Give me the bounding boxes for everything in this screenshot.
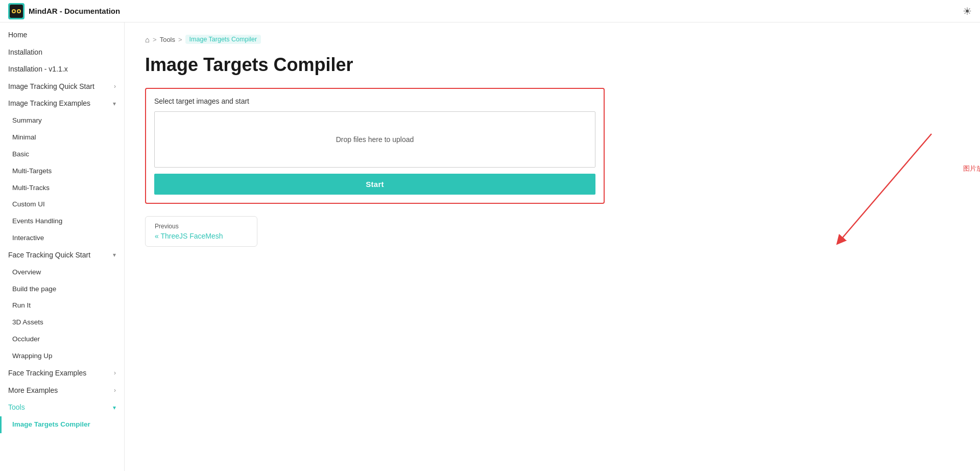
sidebar-item-more-examples[interactable]: More Examples› <box>0 382 124 399</box>
sidebar-label-home: Home <box>8 30 27 40</box>
sidebar-label-face-tracking-quick-start: Face Tracking Quick Start <box>8 250 90 261</box>
previous-label: Previous <box>155 223 248 230</box>
sidebar-label-custom-ui: Custom UI <box>12 200 45 209</box>
mindar-logo <box>8 3 25 19</box>
sidebar-item-occluder[interactable]: Occluder <box>0 331 124 348</box>
sidebar-label-run-it: Run It <box>12 301 31 311</box>
breadcrumb-current: Image Targets Compiler <box>185 35 261 44</box>
sidebar-item-basic[interactable]: Basic <box>0 146 124 163</box>
sidebar-label-occluder: Occluder <box>12 335 40 344</box>
sidebar: HomeInstallationInstallation - v1.1.xIma… <box>0 22 125 471</box>
sidebar-item-tools[interactable]: Tools▾ <box>0 399 124 416</box>
sidebar-item-installation-v1[interactable]: Installation - v1.1.x <box>0 61 124 78</box>
sidebar-item-face-tracking-quick-start[interactable]: Face Tracking Quick Start▾ <box>0 247 124 264</box>
annotation-text: 图片放入这里 <box>963 164 980 173</box>
upload-label: Select target images and start <box>154 97 595 105</box>
sidebar-item-home[interactable]: Home <box>0 27 124 44</box>
sidebar-label-multi-tracks: Multi-Tracks <box>12 183 50 193</box>
sidebar-item-run-it[interactable]: Run It <box>0 297 124 314</box>
sidebar-label-wrapping-up: Wrapping Up <box>12 351 53 361</box>
dropzone[interactable]: Drop files here to upload <box>154 111 595 168</box>
sidebar-item-build-the-page[interactable]: Build the page <box>0 281 124 298</box>
sidebar-item-image-targets-compiler[interactable]: Image Targets Compiler <box>0 416 124 433</box>
sidebar-label-events-handling: Events Handling <box>12 217 62 226</box>
chevron-icon-image-tracking-quick-start: › <box>114 82 116 91</box>
sidebar-label-minimal: Minimal <box>12 133 36 143</box>
svg-point-4 <box>13 10 15 12</box>
svg-point-5 <box>18 10 20 12</box>
sidebar-item-overview[interactable]: Overview <box>0 264 124 281</box>
topbar-left: MindAR - Documentation <box>8 3 120 19</box>
sidebar-item-image-tracking-examples[interactable]: Image Tracking Examples▾ <box>0 95 124 112</box>
sidebar-item-installation[interactable]: Installation <box>0 44 124 61</box>
sidebar-label-face-tracking-examples: Face Tracking Examples <box>8 368 86 379</box>
svg-rect-1 <box>10 5 23 18</box>
sidebar-label-image-tracking-quick-start: Image Tracking Quick Start <box>8 82 94 92</box>
sidebar-label-3d-assets: 3D Assets <box>12 318 43 327</box>
sidebar-label-overview: Overview <box>12 268 41 277</box>
sidebar-label-tools: Tools <box>8 403 25 413</box>
app-title: MindAR - Documentation <box>29 7 120 15</box>
sidebar-item-events-handling[interactable]: Events Handling <box>0 213 124 230</box>
svg-line-6 <box>840 134 931 241</box>
breadcrumb-home-icon[interactable]: ⌂ <box>145 35 150 44</box>
annotation-arrow <box>799 129 962 282</box>
previous-link[interactable]: « ThreeJS FaceMesh <box>155 232 248 240</box>
sidebar-item-minimal[interactable]: Minimal <box>0 129 124 146</box>
sidebar-item-custom-ui[interactable]: Custom UI <box>0 196 124 213</box>
sidebar-item-summary[interactable]: Summary <box>0 112 124 129</box>
sidebar-label-interactive: Interactive <box>12 233 44 243</box>
sidebar-label-image-targets-compiler: Image Targets Compiler <box>12 420 90 430</box>
topbar: MindAR - Documentation ☀ <box>0 0 980 22</box>
page-title: Image Targets Compiler <box>145 54 960 76</box>
breadcrumb-tools[interactable]: Tools <box>160 36 175 43</box>
sidebar-item-image-tracking-quick-start[interactable]: Image Tracking Quick Start› <box>0 78 124 96</box>
sidebar-label-image-tracking-examples: Image Tracking Examples <box>8 99 90 109</box>
chevron-icon-face-tracking-quick-start: ▾ <box>113 251 116 260</box>
main-content: ⌂ > Tools > Image Targets Compiler Image… <box>125 22 980 471</box>
sidebar-item-3d-assets[interactable]: 3D Assets <box>0 314 124 331</box>
breadcrumb-sep2: > <box>178 36 182 43</box>
sidebar-item-multi-targets[interactable]: Multi-Targets <box>0 163 124 180</box>
previous-nav[interactable]: Previous « ThreeJS FaceMesh <box>145 216 257 247</box>
theme-toggle-icon[interactable]: ☀ <box>963 5 972 17</box>
sidebar-label-installation-v1: Installation - v1.1.x <box>8 64 68 75</box>
sidebar-label-installation: Installation <box>8 48 42 58</box>
sidebar-label-more-examples: More Examples <box>8 386 58 396</box>
chevron-icon-more-examples: › <box>114 386 116 395</box>
sidebar-item-interactive[interactable]: Interactive <box>0 230 124 247</box>
sidebar-label-build-the-page: Build the page <box>12 285 56 294</box>
sidebar-item-wrapping-up[interactable]: Wrapping Up <box>0 348 124 365</box>
sidebar-label-basic: Basic <box>12 150 29 159</box>
breadcrumb-sep1: > <box>153 36 157 43</box>
breadcrumb: ⌂ > Tools > Image Targets Compiler <box>145 35 960 44</box>
sidebar-label-multi-targets: Multi-Targets <box>12 167 52 176</box>
sidebar-item-multi-tracks[interactable]: Multi-Tracks <box>0 180 124 197</box>
chevron-icon-image-tracking-examples: ▾ <box>113 100 116 108</box>
dropzone-text: Drop files here to upload <box>336 135 414 144</box>
upload-container: Select target images and start Drop file… <box>145 88 605 204</box>
sidebar-label-summary: Summary <box>12 116 42 126</box>
sidebar-item-face-tracking-examples[interactable]: Face Tracking Examples› <box>0 365 124 382</box>
chevron-icon-face-tracking-examples: › <box>114 369 116 378</box>
topbar-right: ☀ <box>963 5 972 17</box>
annotation-area: Select target images and start Drop file… <box>145 88 758 204</box>
chevron-icon-tools: ▾ <box>113 404 116 412</box>
start-button[interactable]: Start <box>154 174 595 195</box>
